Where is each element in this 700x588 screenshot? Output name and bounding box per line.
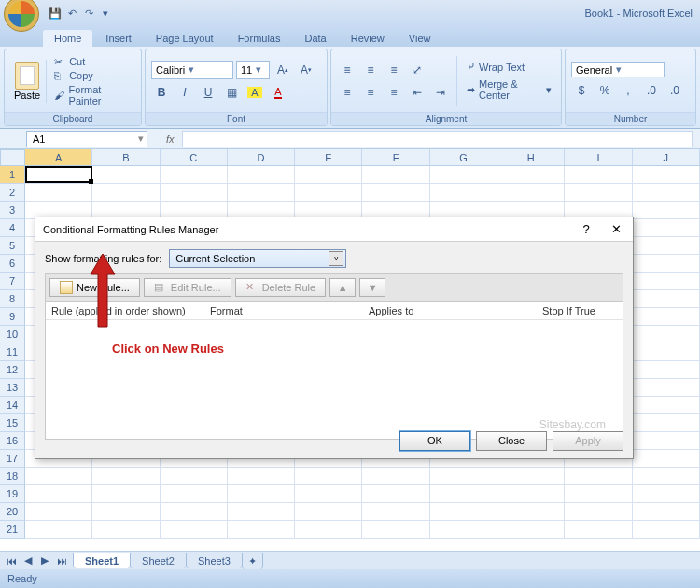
column-header[interactable]: J — [633, 149, 700, 166]
cell[interactable] — [161, 521, 228, 539]
cell[interactable] — [565, 521, 632, 539]
row-header[interactable]: 10 — [0, 326, 25, 343]
cell[interactable] — [497, 166, 565, 184]
align-middle-button[interactable]: ≡ — [360, 61, 381, 79]
fx-icon[interactable]: fx — [166, 133, 175, 145]
ok-button[interactable]: OK — [399, 431, 470, 451]
paste-button[interactable]: Paste — [8, 60, 47, 103]
cell[interactable] — [565, 184, 632, 202]
formula-input[interactable] — [182, 131, 693, 147]
cell[interactable] — [430, 485, 497, 503]
first-sheet-button[interactable]: ⏮ — [4, 553, 19, 568]
number-format-combo[interactable]: General▾ — [571, 62, 665, 77]
cell[interactable] — [633, 308, 700, 326]
cell[interactable] — [228, 184, 295, 202]
cell[interactable] — [633, 450, 700, 468]
decrease-indent-button[interactable]: ⇤ — [407, 83, 427, 102]
cell[interactable] — [25, 184, 92, 202]
cell[interactable] — [228, 468, 295, 485]
sheet-tab-2[interactable]: Sheet2 — [130, 553, 187, 568]
cell[interactable] — [497, 485, 565, 503]
align-left-button[interactable]: ≡ — [337, 83, 357, 102]
increase-decimal-button[interactable]: .0 — [641, 81, 662, 100]
row-header[interactable]: 20 — [0, 503, 25, 521]
tab-data[interactable]: Data — [293, 30, 337, 47]
cell[interactable] — [633, 326, 700, 343]
row-header[interactable]: 6 — [0, 255, 25, 273]
cell[interactable] — [362, 485, 429, 503]
grow-font-button[interactable]: A▴ — [273, 61, 293, 79]
next-sheet-button[interactable]: ▶ — [37, 553, 52, 568]
tab-review[interactable]: Review — [340, 30, 396, 47]
cell[interactable] — [295, 485, 362, 503]
comma-button[interactable]: , — [618, 81, 638, 100]
column-header[interactable]: F — [362, 149, 429, 166]
cell[interactable] — [633, 202, 700, 219]
column-header[interactable]: B — [92, 149, 160, 166]
cell[interactable] — [362, 521, 429, 539]
cell[interactable] — [430, 503, 497, 521]
row-header[interactable]: 1 — [0, 166, 25, 184]
cell[interactable] — [295, 503, 362, 521]
tab-formulas[interactable]: Formulas — [227, 30, 292, 47]
cell[interactable] — [362, 503, 429, 521]
row-header[interactable]: 19 — [0, 485, 25, 503]
cell[interactable] — [633, 184, 700, 202]
cell[interactable] — [633, 503, 700, 521]
row-header[interactable]: 5 — [0, 237, 25, 255]
prev-sheet-button[interactable]: ◀ — [21, 553, 35, 568]
format-painter-button[interactable]: 🖌Format Painter — [50, 83, 137, 107]
cell[interactable] — [633, 414, 700, 432]
cell[interactable] — [161, 503, 228, 521]
cell[interactable] — [92, 503, 160, 521]
border-button[interactable]: ▦ — [221, 83, 242, 102]
percent-button[interactable]: % — [595, 81, 615, 100]
cell[interactable] — [565, 503, 632, 521]
cell[interactable] — [295, 184, 362, 202]
cell[interactable] — [25, 485, 92, 503]
italic-button[interactable]: I — [175, 83, 195, 102]
cell[interactable] — [497, 184, 565, 202]
cell[interactable] — [92, 184, 160, 202]
column-header[interactable]: A — [25, 149, 92, 166]
row-header[interactable]: 16 — [0, 432, 25, 450]
row-header[interactable]: 12 — [0, 361, 25, 379]
cell[interactable] — [295, 468, 362, 485]
row-header[interactable]: 3 — [0, 202, 25, 219]
cell[interactable] — [497, 468, 565, 485]
cell[interactable] — [430, 521, 497, 539]
increase-indent-button[interactable]: ⇥ — [430, 83, 451, 102]
cell[interactable] — [633, 379, 700, 397]
cell[interactable] — [228, 166, 295, 184]
cell[interactable] — [633, 468, 700, 485]
font-color-button[interactable]: A — [268, 83, 288, 102]
cell[interactable] — [633, 521, 700, 539]
cell[interactable] — [633, 255, 700, 273]
row-header[interactable]: 8 — [0, 290, 25, 308]
cell[interactable] — [633, 361, 700, 379]
cell[interactable] — [228, 503, 295, 521]
row-header[interactable]: 7 — [0, 273, 25, 290]
save-icon[interactable]: 💾 — [49, 7, 62, 20]
sheet-tab-1[interactable]: Sheet1 — [73, 553, 131, 568]
cell[interactable] — [565, 485, 632, 503]
cell[interactable] — [633, 432, 700, 450]
copy-button[interactable]: ⎘Copy — [50, 69, 137, 82]
cell[interactable] — [161, 166, 228, 184]
column-header[interactable]: E — [295, 149, 362, 166]
tab-view[interactable]: View — [398, 30, 442, 47]
column-header[interactable]: C — [161, 149, 228, 166]
cell[interactable] — [25, 468, 92, 485]
row-header[interactable]: 17 — [0, 450, 25, 468]
align-right-button[interactable]: ≡ — [384, 83, 404, 102]
cell[interactable] — [633, 273, 700, 290]
cell[interactable] — [633, 166, 700, 184]
cell[interactable] — [497, 521, 565, 539]
cell[interactable] — [161, 485, 228, 503]
cell[interactable] — [430, 184, 497, 202]
cell[interactable] — [633, 343, 700, 361]
last-sheet-button[interactable]: ⏭ — [54, 553, 69, 568]
cell[interactable] — [362, 468, 429, 485]
cell[interactable] — [25, 503, 92, 521]
align-bottom-button[interactable]: ≡ — [384, 61, 404, 79]
